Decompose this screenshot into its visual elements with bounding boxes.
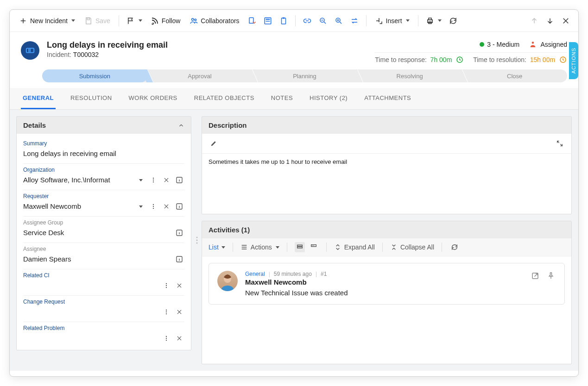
field-organization[interactable]: Organization Alloy Software, Inc.\Inform… (23, 164, 184, 190)
activities-actions-menu[interactable]: Actions (240, 243, 279, 251)
info-icon[interactable] (174, 201, 184, 212)
view-compact-button[interactable] (295, 242, 305, 252)
field-requester[interactable]: Requester Maxwell Newcomb (23, 190, 184, 217)
people-icon (190, 17, 198, 25)
insert-icon (375, 17, 383, 25)
tab-work-orders[interactable]: WORK ORDERS (127, 88, 179, 109)
stage-submission[interactable]: Submission (42, 69, 147, 82)
svg-rect-0 (87, 18, 89, 20)
open-activity-button[interactable] (530, 271, 540, 281)
clear-icon[interactable] (161, 175, 171, 185)
clipboard-icon (279, 17, 288, 25)
pin-activity-button[interactable] (546, 271, 556, 281)
field-related-problem[interactable]: Related Problem (23, 322, 184, 348)
clear-icon[interactable] (174, 280, 184, 291)
svg-rect-8 (282, 17, 285, 19)
field-related-ci[interactable]: Related CI (23, 269, 184, 296)
rss-icon (151, 17, 159, 25)
collaborators-button[interactable]: Collaborators (186, 13, 243, 28)
record-subtitle: Incident: T000032 (47, 51, 365, 58)
activity-item[interactable]: General | 59 minutes ago | #1 Maxwell Ne… (209, 263, 565, 305)
open-external-icon (531, 272, 539, 280)
print-icon (426, 17, 434, 25)
more-icon[interactable] (161, 280, 171, 291)
activities-refresh-button[interactable] (449, 242, 460, 252)
clear-icon[interactable] (174, 333, 184, 343)
stage-close[interactable]: Close (462, 69, 567, 82)
more-icon[interactable] (148, 201, 158, 212)
activities-view-mode[interactable]: List (209, 243, 225, 251)
clear-icon[interactable] (161, 201, 171, 212)
refresh-button[interactable] (446, 13, 460, 28)
activity-seq: #1 (321, 271, 327, 277)
view-detail-button[interactable] (309, 242, 319, 252)
more-icon[interactable] (148, 175, 158, 185)
description-body[interactable]: Sometimes it takes me up to 1 hour to re… (202, 154, 571, 214)
tab-history[interactable]: HISTORY (2) (308, 88, 349, 109)
save-button: Save (81, 13, 114, 28)
insert-button[interactable]: Insert (371, 13, 413, 28)
info-icon[interactable] (174, 254, 184, 264)
chevron-down-icon[interactable] (135, 175, 145, 185)
svg-point-32 (166, 311, 167, 312)
details-panel-header[interactable]: Details (17, 117, 191, 134)
side-actions-tab[interactable]: ACTIONS (569, 42, 578, 79)
more-icon[interactable] (161, 307, 171, 317)
nav-down-button[interactable] (543, 13, 557, 28)
print-button[interactable] (423, 13, 444, 28)
field-assignee-group[interactable]: Assignee Group Service Desk (23, 217, 184, 243)
follow-button[interactable]: Follow (147, 13, 184, 28)
arrow-down-icon (546, 17, 554, 25)
svg-point-24 (153, 208, 154, 209)
flag-button[interactable] (124, 13, 145, 28)
plus-icon (19, 17, 27, 25)
assignee-group-value: Service Desk (23, 228, 171, 238)
zoom-in-button[interactable] (332, 13, 346, 28)
record-title: Long delays in receiving email (47, 40, 365, 50)
record-number: T000032 (73, 51, 99, 58)
field-change-request[interactable]: Change Request (23, 296, 184, 322)
expand-icon (556, 140, 563, 147)
clipboard-button[interactable] (277, 13, 291, 28)
stage-resolving[interactable]: Resolving (357, 69, 462, 82)
svg-point-23 (153, 206, 154, 207)
tab-notes[interactable]: NOTES (269, 88, 295, 109)
swap-icon (350, 17, 359, 25)
link-icon (303, 17, 311, 25)
collapse-all-button[interactable]: Collapse All (390, 243, 434, 251)
clear-icon[interactable] (174, 307, 184, 317)
svg-point-39 (196, 243, 198, 244)
swap-button[interactable] (348, 13, 361, 28)
svg-point-31 (166, 310, 167, 311)
pin-icon (547, 272, 555, 280)
link-button[interactable] (300, 13, 314, 28)
tab-attachments[interactable]: ATTACHMENTS (362, 88, 413, 109)
svg-point-34 (166, 336, 167, 337)
expand-all-button[interactable]: Expand All (334, 243, 375, 251)
stage-planning[interactable]: Planning (252, 69, 357, 82)
zoom-in-icon (335, 17, 343, 25)
tab-resolution[interactable]: RESOLUTION (69, 88, 114, 109)
info-icon[interactable] (174, 228, 184, 238)
chevron-down-icon (406, 19, 410, 22)
stage-approval[interactable]: Approval (147, 69, 253, 82)
expand-description-button[interactable] (555, 138, 565, 149)
new-incident-button[interactable]: New Incident (15, 13, 79, 28)
chevron-down-icon (438, 19, 442, 22)
tab-general[interactable]: GENERAL (21, 88, 56, 109)
template-button[interactable] (261, 13, 275, 28)
edit-description-button[interactable] (209, 138, 219, 149)
task-button[interactable] (245, 13, 259, 28)
tab-related-objects[interactable]: RELATED OBJECTS (192, 88, 256, 109)
close-button[interactable] (559, 13, 573, 28)
field-assignee[interactable]: Assignee Damien Spears (23, 243, 184, 269)
clock-icon (559, 56, 567, 64)
chevron-up-icon (178, 122, 184, 129)
pane-resizer[interactable] (195, 110, 199, 371)
chevron-down-icon[interactable] (135, 201, 145, 212)
field-summary[interactable]: Summary Long delays in receiving email (23, 137, 184, 164)
zoom-out-button[interactable] (316, 13, 330, 28)
more-icon[interactable] (161, 333, 171, 343)
info-icon[interactable] (174, 175, 184, 185)
nav-up-button (527, 13, 541, 28)
